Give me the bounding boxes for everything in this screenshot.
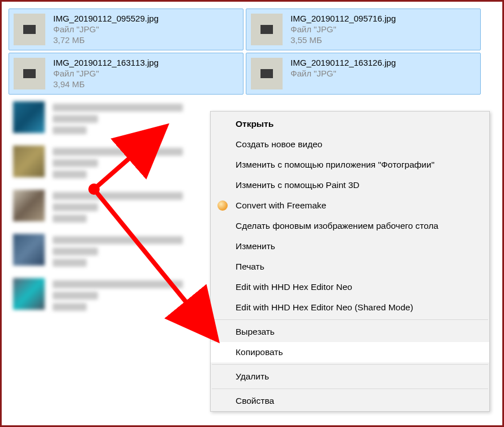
file-type: Файл "JPG" bbox=[53, 24, 159, 34]
menu-hex-editor[interactable]: Edit with HHD Hex Editor Neo bbox=[211, 277, 489, 297]
menu-separator bbox=[212, 388, 488, 389]
file-type: Файл "JPG" bbox=[53, 69, 159, 78]
file-thumbnail bbox=[251, 14, 283, 45]
file-size: 3,94 МБ bbox=[53, 79, 159, 89]
blurred-file bbox=[8, 141, 235, 183]
menu-delete[interactable]: Удалить bbox=[211, 366, 489, 387]
file-size: 3,72 МБ bbox=[53, 35, 159, 45]
file-name: IMG_20190112_163126.jpg bbox=[291, 58, 396, 67]
menu-print[interactable]: Печать bbox=[211, 257, 489, 277]
menu-properties[interactable]: Свойства bbox=[211, 391, 489, 411]
file-type: Файл "JPG" bbox=[291, 24, 396, 34]
blurred-file bbox=[8, 185, 235, 227]
file-item[interactable]: IMG_20190112_095716.jpg Файл "JPG" 3,55 … bbox=[246, 8, 481, 50]
menu-edit[interactable]: Изменить bbox=[211, 236, 489, 257]
menu-create-video[interactable]: Создать новое видео bbox=[211, 134, 489, 155]
menu-convert-freemake[interactable]: Convert with Freemake bbox=[211, 195, 489, 216]
file-item[interactable]: IMG_20190112_095529.jpg Файл "JPG" 3,72 … bbox=[8, 8, 244, 50]
menu-copy[interactable]: Копировать bbox=[211, 342, 489, 362]
file-item[interactable]: IMG_20190112_163126.jpg Файл "JPG" bbox=[246, 53, 481, 95]
menu-cut[interactable]: Вырезать bbox=[211, 322, 489, 342]
file-size: 3,55 МБ bbox=[291, 35, 396, 45]
menu-edit-photos-app[interactable]: Изменить с помощью приложения "Фотографи… bbox=[211, 155, 489, 175]
blurred-file bbox=[8, 97, 235, 139]
file-item[interactable]: IMG_20190112_163113.jpg Файл "JPG" 3,94 … bbox=[8, 53, 244, 95]
menu-separator bbox=[212, 319, 488, 320]
file-thumbnail bbox=[14, 14, 45, 45]
menu-edit-paint3d[interactable]: Изменить с помощью Paint 3D bbox=[211, 175, 489, 195]
file-thumbnail bbox=[14, 58, 45, 89]
file-type: Файл "JPG" bbox=[291, 69, 396, 78]
file-name: IMG_20190112_095716.jpg bbox=[291, 14, 396, 23]
menu-separator bbox=[212, 364, 488, 365]
file-name: IMG_20190112_095529.jpg bbox=[53, 14, 159, 23]
file-name: IMG_20190112_163113.jpg bbox=[53, 58, 159, 67]
menu-label: Convert with Freemake bbox=[236, 200, 326, 211]
menu-open[interactable]: Открыть bbox=[211, 114, 489, 134]
menu-hex-editor-shared[interactable]: Edit with HHD Hex Editor Neo (Shared Mod… bbox=[211, 297, 489, 318]
file-thumbnail bbox=[251, 58, 283, 89]
menu-set-wallpaper[interactable]: Сделать фоновым изображением рабочего ст… bbox=[211, 216, 489, 236]
blurred-file bbox=[8, 229, 235, 271]
context-menu: Открыть Создать новое видео Изменить с п… bbox=[210, 111, 490, 412]
freemake-icon bbox=[217, 200, 228, 211]
blurred-file bbox=[8, 274, 235, 315]
